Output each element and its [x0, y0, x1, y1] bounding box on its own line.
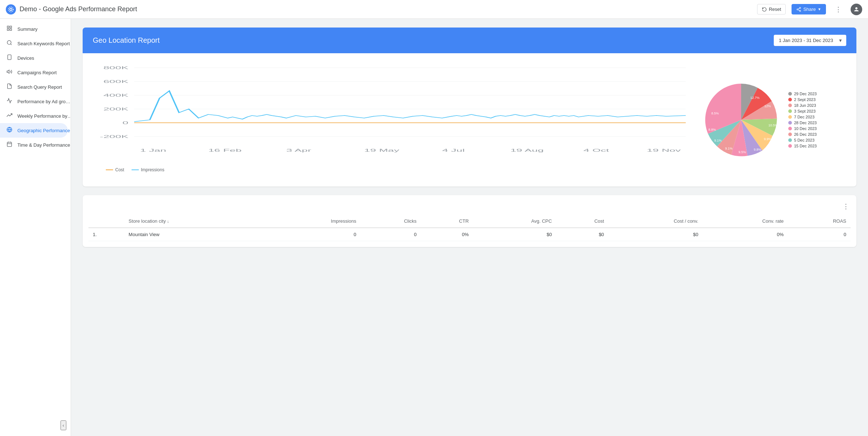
col-city[interactable]: Store location city — [124, 215, 264, 228]
row-cost: $0 — [556, 228, 609, 241]
sidebar-item-devices[interactable]: Devices — [0, 51, 68, 65]
pie-legend-item-4: 7 Dec 2023 — [788, 115, 817, 119]
search-query-icon — [6, 83, 13, 91]
sidebar: Summary Search Keywords Report Devices C… — [0, 19, 71, 436]
devices-icon — [6, 54, 13, 62]
table-header-row: Store location city Impressions Clicks C… — [88, 215, 851, 228]
svg-marker-15 — [7, 70, 9, 73]
svg-rect-18 — [7, 142, 12, 147]
sidebar-label-weekly-performance: Weekly Performance by… — [17, 113, 71, 119]
pie-legend-item-7: 26 Dec 2023 — [788, 132, 817, 137]
pie-dot-6 — [788, 127, 792, 130]
location-table: Store location city Impressions Clicks C… — [88, 215, 851, 241]
svg-text:4 Jul: 4 Jul — [442, 148, 465, 152]
sidebar-item-weekly-performance[interactable]: Weekly Performance by… — [0, 109, 68, 123]
app-logo-icon — [6, 4, 16, 14]
share-button[interactable]: Share ▼ — [792, 4, 826, 14]
pie-legend-item-0: 29 Dec 2023 — [788, 92, 817, 96]
svg-text:600K: 600K — [103, 79, 128, 84]
summary-icon — [6, 25, 13, 33]
pie-dot-2 — [788, 104, 792, 107]
sidebar-item-summary[interactable]: Summary — [0, 22, 68, 36]
pie-dot-8 — [788, 138, 792, 142]
time-day-icon — [6, 141, 13, 148]
col-num — [88, 215, 124, 228]
pie-legend-item-9: 15 Dec 2023 — [788, 144, 817, 148]
topbar-right: Reset Share ▼ ⋮ — [757, 3, 862, 16]
sidebar-item-performance-ad[interactable]: Performance by Ad gro… — [0, 94, 68, 109]
row-conv-rate: 0% — [703, 228, 788, 241]
row-clicks: 0 — [361, 228, 421, 241]
geographic-icon — [6, 127, 13, 134]
pie-legend-item-2: 18 Jun 2023 — [788, 103, 817, 108]
share-dropdown-icon: ▼ — [818, 7, 821, 11]
svg-text:1 Jan: 1 Jan — [140, 148, 166, 152]
user-avatar[interactable] — [851, 4, 862, 15]
svg-point-4 — [800, 10, 801, 12]
svg-line-5 — [798, 9, 800, 10]
sidebar-item-time-day[interactable]: Time & Day Performance — [0, 138, 68, 152]
svg-text:800K: 800K — [103, 66, 128, 70]
svg-point-3 — [797, 9, 798, 10]
svg-text:0: 0 — [122, 121, 128, 125]
sidebar-item-search-query[interactable]: Search Query Report — [0, 80, 68, 94]
col-ctr: CTR — [421, 215, 473, 228]
pie-legend-item-3: 3 Sept 2023 — [788, 109, 817, 113]
reset-button[interactable]: Reset — [757, 4, 786, 14]
svg-rect-9 — [7, 29, 9, 30]
svg-line-6 — [798, 8, 800, 9]
line-chart-wrapper: 800K 600K 400K 200K 0 -200K — [91, 62, 695, 178]
cost-line-icon — [106, 169, 113, 170]
pie-legend: 29 Dec 2023 2 Sept 2023 18 Jun 2023 — [788, 92, 817, 148]
sidebar-label-search-query: Search Query Report — [17, 84, 62, 90]
row-num: 1. — [88, 228, 124, 241]
report-header: Geo Location Report 1 Jan 2023 - 31 Dec … — [83, 28, 856, 53]
row-city: Mountain View — [124, 228, 264, 241]
row-roas: 0 — [788, 228, 851, 241]
report-title: Geo Location Report — [93, 36, 160, 45]
svg-point-11 — [7, 41, 11, 45]
line-chart-svg: 800K 600K 400K 200K 0 -200K — [91, 62, 695, 163]
svg-rect-10 — [10, 29, 12, 30]
sidebar-item-search-keywords[interactable]: Search Keywords Report — [0, 36, 68, 51]
page-title: Demo - Google Ads Performance Report — [20, 5, 137, 13]
svg-point-0 — [10, 8, 12, 11]
campaigns-icon — [6, 69, 13, 76]
sidebar-collapse-area: ‹ — [0, 420, 71, 430]
date-range-selector[interactable]: 1 Jan 2023 - 31 Dec 2023 — [774, 35, 846, 46]
svg-text:200K: 200K — [103, 107, 128, 111]
col-cost: Cost — [556, 215, 609, 228]
sidebar-label-performance-ad: Performance by Ad gro… — [17, 99, 70, 104]
pie-chart-svg: 12.7%12%10.5%9.9%9.8%9.5%9.1%9.1%8.8%8.5… — [701, 80, 781, 160]
svg-text:4 Oct: 4 Oct — [583, 148, 610, 152]
col-impressions: Impressions — [264, 215, 361, 228]
svg-text:9.1%: 9.1% — [725, 147, 733, 150]
search-icon — [6, 40, 13, 47]
table-more-button[interactable]: ⋮ — [841, 201, 851, 212]
svg-rect-7 — [7, 26, 9, 28]
svg-text:19 Nov: 19 Nov — [647, 148, 681, 152]
col-avg-cpc: Avg. CPC — [473, 215, 556, 228]
pie-chart-container: 12.7%12%10.5%9.9%9.8%9.5%9.1%9.1%8.8%8.5… — [698, 59, 851, 181]
more-options-button[interactable]: ⋮ — [832, 3, 845, 16]
row-impressions: 0 — [264, 228, 361, 241]
sidebar-collapse-button[interactable]: ‹ — [61, 420, 66, 430]
svg-text:8.5%: 8.5% — [711, 112, 719, 115]
table-section: ⋮ Store location city Impressions Clicks — [83, 195, 856, 247]
topbar: Demo - Google Ads Performance Report Res… — [0, 0, 868, 19]
sidebar-item-campaigns[interactable]: Campaigns Report — [0, 65, 68, 80]
pie-legend-item-5: 28 Dec 2023 — [788, 121, 817, 125]
col-cost-conv: Cost / conv. — [609, 215, 703, 228]
pie-wrapper: 12.7%12%10.5%9.9%9.8%9.5%9.1%9.1%8.8%8.5… — [701, 80, 817, 160]
pie-dot-5 — [788, 121, 792, 125]
svg-point-1 — [8, 7, 13, 12]
svg-rect-8 — [10, 26, 12, 28]
sidebar-item-geographic[interactable]: Geographic Performance — [0, 123, 68, 138]
svg-text:3 Apr: 3 Apr — [286, 148, 312, 152]
col-clicks: Clicks — [361, 215, 421, 228]
svg-text:400K: 400K — [103, 93, 128, 97]
legend-impressions: Impressions — [132, 167, 165, 172]
sidebar-label-time-day: Time & Day Performance — [17, 142, 70, 148]
main-layout: Summary Search Keywords Report Devices C… — [0, 19, 868, 436]
legend-cost: Cost — [106, 167, 124, 172]
